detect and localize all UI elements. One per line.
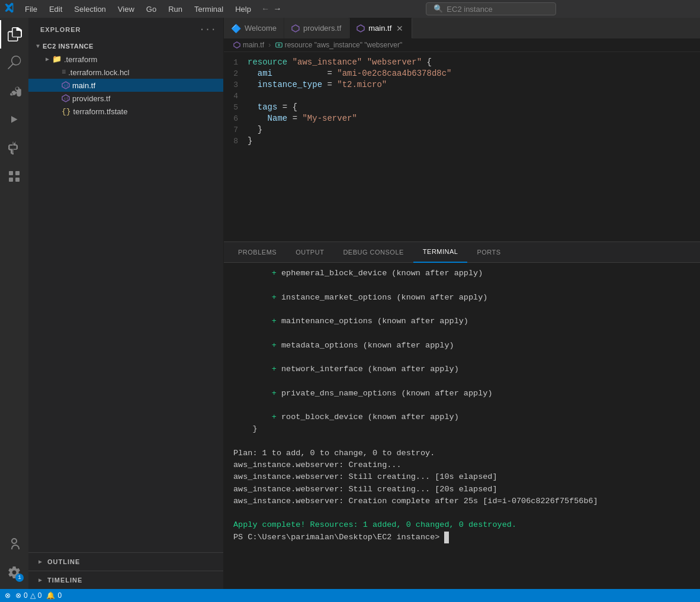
svg-text:tf: tf [64,96,69,101]
status-left: ⊗ ⊗ 0 △ 0 🔔 0 [5,591,62,600]
welcome-tab-icon: 🔷 [231,24,241,33]
sidebar-more-icon[interactable]: ··· [199,24,216,35]
line-number: 3 [224,79,248,91]
tree-item-tfstate[interactable]: {} terraform.tfstate [28,105,223,118]
code-line-6: 6 Name = "My-server" [224,113,700,124]
term-blank [233,375,691,387]
svg-marker-8 [292,25,299,32]
term-creating3: aws_instance.webserver: Still creating..… [233,484,691,495]
info-count: 0 [57,591,62,600]
editor-area: 🔷 Welcome providers.tf main.tf ✕ [224,18,700,589]
menu-terminal[interactable]: Terminal [190,4,228,15]
search-text: EC2 instance [447,5,492,14]
line-content: } [248,124,262,136]
tree-item-label: .terraform.lock.hcl [68,68,129,77]
menu-view[interactable]: View [113,4,139,15]
term-blank [233,327,691,339]
sidebar-title: EXPLORER [40,26,81,33]
timeline-title: TIMELINE [47,577,82,584]
nav-forward-button[interactable]: → [272,3,282,15]
term-line: + network_interface (known after apply) [233,363,691,375]
code-line-7: 7 } [224,124,700,136]
status-errors[interactable]: ⊗ 0 △ 0 [15,591,41,600]
tab-welcome[interactable]: 🔷 Welcome [224,18,284,38]
term-prompt: PS C:\Users\parimalan\Desktop\EC2 instan… [233,532,691,543]
menu-go[interactable]: Go [142,4,161,15]
outline-header[interactable]: ▶ OUTLINE [28,555,223,568]
line-content: resource "aws_instance" "webserver" { [248,57,432,68]
term-line: + instance_market_options (known after a… [233,292,691,304]
term-blank [233,279,691,291]
breadcrumb-tf-icon [233,41,240,49]
status-remote[interactable]: ⊗ [5,591,11,600]
panel-tab-terminal[interactable]: TERMINAL [413,242,468,263]
nav-buttons: ← → [261,3,282,15]
line-content [248,91,252,102]
code-editor[interactable]: 1 resource "aws_instance" "webserver" { … [224,52,700,242]
term-blank [233,400,691,411]
tab-main-tf[interactable]: main.tf ✕ [349,18,412,38]
term-blank [233,352,691,363]
tf-file-icon: tf [62,81,70,89]
panel-tab-debug[interactable]: DEBUG CONSOLE [333,242,413,263]
search-bar[interactable]: 🔍 EC2 instance [426,2,556,15]
remote-icon: ⊗ [5,591,11,600]
code-line-2: 2 ami = "ami-0e2c8caa4b6378d8c" [224,68,700,79]
tree-item-lock[interactable]: ≡ .terraform.lock.hcl [28,66,223,79]
tree-root[interactable]: ▼ EC2 INSTANCE [28,40,223,53]
term-line: + maintenance_options (known after apply… [233,316,691,327]
panel-tab-ports[interactable]: PORTS [467,242,510,263]
lock-icon: ≡ [62,68,66,76]
tab-label: providers.tf [303,24,341,33]
status-bar: ⊗ ⊗ 0 △ 0 🔔 0 [0,589,700,602]
term-blank [233,304,691,316]
menu-selection[interactable]: Selection [69,4,110,15]
tree-item-main-tf[interactable]: tf main.tf [28,79,223,92]
status-info[interactable]: 🔔 0 [46,591,62,600]
providers-tab-icon [291,24,300,33]
activity-remote-icon[interactable] [0,162,28,191]
term-line: + ephemeral_block_device (known after ap… [233,268,691,279]
timeline-header[interactable]: ▶ TIMELINE [28,574,223,587]
activity-explorer-icon[interactable] [0,20,28,49]
search-icon: 🔍 [434,4,443,14]
nav-back-button[interactable]: ← [261,3,270,15]
menu-run[interactable]: Run [163,4,187,15]
code-line-1: 1 resource "aws_instance" "webserver" { [224,57,700,68]
menu-bar: File Edit Selection View Go Run Terminal… [20,4,256,15]
menu-file[interactable]: File [20,4,42,15]
tab-close-button[interactable]: ✕ [395,22,404,34]
json-icon: {} [62,107,71,116]
sidebar-header: EXPLORER ··· [28,18,223,38]
line-number: 6 [224,113,248,124]
outline-arrow: ▶ [36,558,45,565]
line-number: 2 [224,68,248,79]
terminal-content[interactable]: + ephemeral_block_device (known after ap… [224,263,700,585]
tree-item-providers-tf[interactable]: tf providers.tf [28,92,223,105]
menu-edit[interactable]: Edit [44,4,67,15]
tree-item-label: providers.tf [72,94,110,103]
svg-rect-3 [15,178,20,182]
svg-marker-10 [234,42,240,48]
panel-tab-output[interactable]: OUTPUT [286,242,333,263]
breadcrumb-file: main.tf [243,41,264,49]
tab-providers[interactable]: providers.tf [284,18,349,38]
activity-extensions-icon[interactable] [0,134,28,162]
sidebar: EXPLORER ··· ▼ EC2 INSTANCE ▶ 📁 .terrafo… [28,18,224,589]
activity-run-icon[interactable] [0,105,28,134]
term-complete: aws_instance.webserver: Creation complet… [233,495,691,507]
term-plan-line: Plan: 1 to add, 0 to change, 0 to destro… [233,448,691,459]
term-apply-complete: Apply complete! Resources: 1 added, 0 ch… [233,519,691,531]
tree-root-label: EC2 INSTANCE [43,43,94,50]
term-line: } [233,423,691,435]
menu-help[interactable]: Help [230,4,256,15]
activity-account-icon[interactable] [0,530,28,558]
panel-tab-problems[interactable]: PROBLEMS [229,242,286,263]
line-content: Name = "My-server" [248,113,357,124]
activity-settings-icon[interactable]: 1 [0,558,28,587]
activity-git-icon[interactable] [0,77,28,105]
term-line: + metadata_options (known after apply) [233,340,691,352]
tree-item-terraform-folder[interactable]: ▶ 📁 .terraform [28,53,223,66]
activity-search-icon[interactable] [0,49,28,77]
activity-bar: 1 [0,18,28,589]
